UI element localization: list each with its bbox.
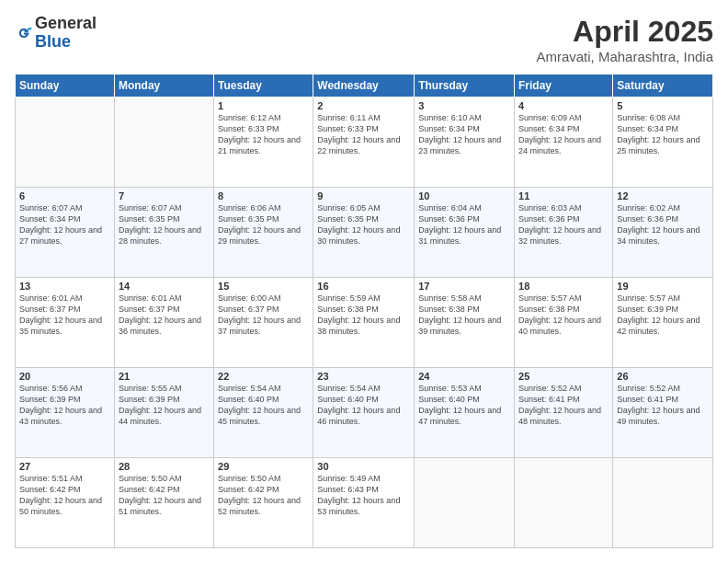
day-info: Sunrise: 6:03 AM Sunset: 6:36 PM Dayligh… xyxy=(518,202,609,247)
table-row: 15Sunrise: 6:00 AM Sunset: 6:37 PM Dayli… xyxy=(214,278,313,368)
header: General Blue April 2025 Amravati, Mahara… xyxy=(15,15,713,64)
day-number: 29 xyxy=(218,461,309,472)
table-row: 30Sunrise: 5:49 AM Sunset: 6:43 PM Dayli… xyxy=(313,458,415,548)
table-row xyxy=(16,98,115,188)
logo-general: General xyxy=(35,14,97,32)
day-info: Sunrise: 5:57 AM Sunset: 6:39 PM Dayligh… xyxy=(617,293,709,338)
title-location: Amravati, Maharashtra, India xyxy=(536,49,713,64)
week-row-5: 27Sunrise: 5:51 AM Sunset: 6:42 PM Dayli… xyxy=(16,458,713,548)
table-row: 23Sunrise: 5:54 AM Sunset: 6:40 PM Dayli… xyxy=(313,368,415,458)
title-month: April 2025 xyxy=(536,15,713,49)
day-number: 5 xyxy=(617,100,709,111)
day-number: 14 xyxy=(119,281,210,292)
table-row xyxy=(515,458,613,548)
day-info: Sunrise: 5:51 AM Sunset: 6:42 PM Dayligh… xyxy=(19,473,110,518)
day-info: Sunrise: 5:50 AM Sunset: 6:42 PM Dayligh… xyxy=(119,473,210,518)
day-info: Sunrise: 5:56 AM Sunset: 6:39 PM Dayligh… xyxy=(19,383,110,428)
table-row xyxy=(114,98,213,188)
col-friday: Friday xyxy=(515,75,613,98)
title-block: April 2025 Amravati, Maharashtra, India xyxy=(536,15,713,64)
table-row: 29Sunrise: 5:50 AM Sunset: 6:42 PM Dayli… xyxy=(214,458,313,548)
day-number: 7 xyxy=(119,190,210,201)
logo-blue: Blue xyxy=(35,32,71,51)
col-sunday: Sunday xyxy=(16,75,115,98)
table-row: 20Sunrise: 5:56 AM Sunset: 6:39 PM Dayli… xyxy=(16,368,115,458)
day-number: 3 xyxy=(418,100,510,111)
table-row: 19Sunrise: 5:57 AM Sunset: 6:39 PM Dayli… xyxy=(613,278,713,368)
day-info: Sunrise: 6:00 AM Sunset: 6:37 PM Dayligh… xyxy=(218,293,309,338)
day-number: 4 xyxy=(518,100,609,111)
day-info: Sunrise: 5:54 AM Sunset: 6:40 PM Dayligh… xyxy=(317,383,410,428)
table-row: 11Sunrise: 6:03 AM Sunset: 6:36 PM Dayli… xyxy=(515,188,613,278)
table-row: 6Sunrise: 6:07 AM Sunset: 6:34 PM Daylig… xyxy=(16,188,115,278)
week-row-3: 13Sunrise: 6:01 AM Sunset: 6:37 PM Dayli… xyxy=(16,278,713,368)
col-saturday: Saturday xyxy=(613,75,713,98)
day-info: Sunrise: 5:55 AM Sunset: 6:39 PM Dayligh… xyxy=(119,383,210,428)
day-number: 11 xyxy=(518,190,609,201)
day-number: 24 xyxy=(418,371,510,382)
col-thursday: Thursday xyxy=(415,75,515,98)
day-info: Sunrise: 6:11 AM Sunset: 6:33 PM Dayligh… xyxy=(317,112,410,157)
calendar-header-row: Sunday Monday Tuesday Wednesday Thursday… xyxy=(16,75,713,98)
logo-icon xyxy=(15,24,33,42)
day-info: Sunrise: 6:01 AM Sunset: 6:37 PM Dayligh… xyxy=(119,293,210,338)
day-number: 10 xyxy=(418,190,510,201)
table-row: 22Sunrise: 5:54 AM Sunset: 6:40 PM Dayli… xyxy=(214,368,313,458)
day-info: Sunrise: 5:53 AM Sunset: 6:40 PM Dayligh… xyxy=(418,383,510,428)
table-row: 10Sunrise: 6:04 AM Sunset: 6:36 PM Dayli… xyxy=(415,188,515,278)
table-row xyxy=(613,458,713,548)
table-row: 2Sunrise: 6:11 AM Sunset: 6:33 PM Daylig… xyxy=(313,98,415,188)
day-number: 20 xyxy=(19,371,110,382)
day-number: 19 xyxy=(617,281,709,292)
day-info: Sunrise: 6:10 AM Sunset: 6:34 PM Dayligh… xyxy=(418,112,510,157)
day-info: Sunrise: 6:07 AM Sunset: 6:35 PM Dayligh… xyxy=(119,202,210,247)
day-number: 21 xyxy=(119,371,210,382)
day-number: 22 xyxy=(218,371,309,382)
day-number: 2 xyxy=(317,100,410,111)
page: General Blue April 2025 Amravati, Mahara… xyxy=(0,0,728,563)
table-row: 18Sunrise: 5:57 AM Sunset: 6:38 PM Dayli… xyxy=(515,278,613,368)
day-info: Sunrise: 5:59 AM Sunset: 6:38 PM Dayligh… xyxy=(317,293,410,338)
calendar-table: Sunday Monday Tuesday Wednesday Thursday… xyxy=(15,74,713,548)
day-info: Sunrise: 5:58 AM Sunset: 6:38 PM Dayligh… xyxy=(418,293,510,338)
day-info: Sunrise: 6:07 AM Sunset: 6:34 PM Dayligh… xyxy=(19,202,110,247)
day-number: 30 xyxy=(317,461,410,472)
day-info: Sunrise: 6:04 AM Sunset: 6:36 PM Dayligh… xyxy=(418,202,510,247)
table-row: 7Sunrise: 6:07 AM Sunset: 6:35 PM Daylig… xyxy=(114,188,213,278)
day-number: 28 xyxy=(119,461,210,472)
day-info: Sunrise: 6:12 AM Sunset: 6:33 PM Dayligh… xyxy=(218,112,309,157)
day-info: Sunrise: 6:08 AM Sunset: 6:34 PM Dayligh… xyxy=(617,112,709,157)
table-row: 28Sunrise: 5:50 AM Sunset: 6:42 PM Dayli… xyxy=(114,458,213,548)
table-row: 27Sunrise: 5:51 AM Sunset: 6:42 PM Dayli… xyxy=(16,458,115,548)
day-info: Sunrise: 6:05 AM Sunset: 6:35 PM Dayligh… xyxy=(317,202,410,247)
day-number: 23 xyxy=(317,371,410,382)
table-row: 24Sunrise: 5:53 AM Sunset: 6:40 PM Dayli… xyxy=(415,368,515,458)
day-number: 12 xyxy=(617,190,709,201)
table-row: 14Sunrise: 6:01 AM Sunset: 6:37 PM Dayli… xyxy=(114,278,213,368)
table-row: 26Sunrise: 5:52 AM Sunset: 6:41 PM Dayli… xyxy=(613,368,713,458)
day-info: Sunrise: 6:01 AM Sunset: 6:37 PM Dayligh… xyxy=(19,293,110,338)
table-row: 9Sunrise: 6:05 AM Sunset: 6:35 PM Daylig… xyxy=(313,188,415,278)
week-row-1: 1Sunrise: 6:12 AM Sunset: 6:33 PM Daylig… xyxy=(16,98,713,188)
day-number: 16 xyxy=(317,281,410,292)
table-row: 13Sunrise: 6:01 AM Sunset: 6:37 PM Dayli… xyxy=(16,278,115,368)
table-row xyxy=(415,458,515,548)
day-info: Sunrise: 6:06 AM Sunset: 6:35 PM Dayligh… xyxy=(218,202,309,247)
col-wednesday: Wednesday xyxy=(313,75,415,98)
day-number: 6 xyxy=(19,190,110,201)
day-number: 13 xyxy=(19,281,110,292)
table-row: 16Sunrise: 5:59 AM Sunset: 6:38 PM Dayli… xyxy=(313,278,415,368)
table-row: 3Sunrise: 6:10 AM Sunset: 6:34 PM Daylig… xyxy=(415,98,515,188)
col-tuesday: Tuesday xyxy=(214,75,313,98)
day-info: Sunrise: 5:54 AM Sunset: 6:40 PM Dayligh… xyxy=(218,383,309,428)
table-row: 4Sunrise: 6:09 AM Sunset: 6:34 PM Daylig… xyxy=(515,98,613,188)
table-row: 1Sunrise: 6:12 AM Sunset: 6:33 PM Daylig… xyxy=(214,98,313,188)
logo: General Blue xyxy=(15,15,97,52)
day-info: Sunrise: 6:09 AM Sunset: 6:34 PM Dayligh… xyxy=(518,112,609,157)
day-info: Sunrise: 5:49 AM Sunset: 6:43 PM Dayligh… xyxy=(317,473,410,518)
day-info: Sunrise: 5:52 AM Sunset: 6:41 PM Dayligh… xyxy=(518,383,609,428)
week-row-4: 20Sunrise: 5:56 AM Sunset: 6:39 PM Dayli… xyxy=(16,368,713,458)
table-row: 8Sunrise: 6:06 AM Sunset: 6:35 PM Daylig… xyxy=(214,188,313,278)
week-row-2: 6Sunrise: 6:07 AM Sunset: 6:34 PM Daylig… xyxy=(16,188,713,278)
col-monday: Monday xyxy=(114,75,213,98)
